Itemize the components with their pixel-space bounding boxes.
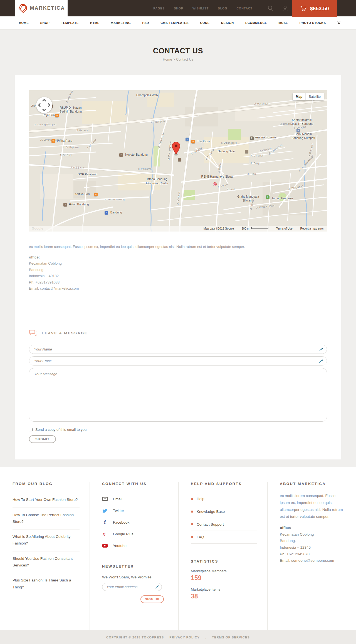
breadcrumb-current: Contact Us (176, 58, 193, 61)
stat-value: 159 (191, 574, 257, 582)
catnav-photo-stocks[interactable]: PHOTO STOCKS (300, 21, 326, 24)
facebook-link[interactable]: f Facebook (102, 516, 168, 528)
brand-logo[interactable]: MARKETICA (15, 0, 68, 16)
breadcrumb-separator: > (173, 58, 175, 61)
topnav-pages[interactable]: PAGES (153, 7, 165, 10)
newsletter-email-input[interactable] (102, 583, 162, 591)
blog-link[interactable]: Plus Size Fashion: Is There Such a Thing… (13, 573, 80, 595)
catnav-html[interactable]: HTML (90, 21, 99, 24)
catnav-muse[interactable]: MUSE (278, 21, 288, 24)
catnav-psd[interactable]: PSD (142, 21, 149, 24)
office-line: Bandung. (280, 538, 346, 544)
cart-total: $653.50 (310, 6, 329, 12)
satellite-button[interactable]: Satellite (305, 93, 324, 100)
map-pin-icon[interactable] (171, 142, 181, 156)
square-bullet-icon (191, 536, 193, 538)
blog-link[interactable]: Should You Use Fashion Consultant Servic… (13, 551, 80, 573)
catnav-cms-templates[interactable]: CMS TEMPLATES (160, 21, 189, 24)
help-link[interactable]: Help (191, 493, 257, 505)
form-heading: LEAVE A MESSAGE (42, 331, 88, 335)
topnav-blog[interactable]: BLOG (218, 7, 227, 10)
copyright-text: COPYRIGHT © 2015 TOKOPRESS (106, 636, 164, 639)
cart-icon (300, 6, 307, 12)
catnav-home[interactable]: HOME (19, 21, 29, 24)
office-line: Email. contact@marketica.com (29, 285, 327, 292)
email-link[interactable]: Email (102, 493, 168, 505)
square-bullet-icon (191, 523, 193, 525)
catnav-design[interactable]: DESIGN (221, 21, 234, 24)
square-bullet-icon (191, 498, 193, 500)
top-header: MARKETICA PAGES SHOP WISHLIST BLOG CONTA… (0, 0, 356, 16)
map-button[interactable]: Map (293, 93, 305, 100)
catnav-shop[interactable]: SHOP (40, 21, 50, 24)
office-line: Indonesia – 12345 (280, 544, 346, 551)
breadcrumb-home[interactable]: Home (163, 58, 172, 61)
facebook-icon: f (102, 520, 108, 524)
tag-icon (18, 4, 27, 13)
office-line: Bandung. (29, 267, 327, 273)
submit-button[interactable]: SUBMIT (29, 435, 56, 443)
topnav-contact[interactable]: CONTACT (236, 7, 253, 10)
category-nav: HOME SHOP TEMPLATE HTML MARKETING PSD CM… (0, 16, 356, 29)
connect-heading: CONNECT WITH US (102, 482, 168, 486)
message-form-section: LEAVE A MESSAGE Send a copy of this emai… (15, 311, 341, 443)
help-link[interactable]: FAQ (191, 531, 257, 544)
office-line: Indonesia – 49182 (29, 273, 327, 279)
topnav-shop[interactable]: SHOP (174, 7, 183, 10)
pen-icon (155, 585, 159, 589)
office-line: Email. someone@someone.com (280, 557, 346, 564)
report-error-link[interactable]: Report a map error (300, 227, 324, 230)
signup-button[interactable]: SIGN UP (140, 595, 164, 603)
map-pan-control[interactable] (36, 97, 52, 113)
top-nav: PAGES SHOP WISHLIST BLOG CONTACT (153, 0, 253, 16)
user-icon[interactable] (282, 5, 288, 11)
message-textarea[interactable] (29, 368, 327, 422)
cart-button[interactable]: $653.50 (292, 0, 337, 17)
googleplus-link[interactable]: g+ Google Plus (102, 528, 168, 540)
youtube-link[interactable]: Youtube (102, 540, 168, 551)
office-line: Ph. +62817391083 (29, 279, 327, 285)
name-input[interactable] (29, 345, 327, 354)
send-copy-label: Send a copy of this email to you (35, 427, 86, 432)
help-link[interactable]: Contact Support (191, 518, 257, 531)
blog-link[interactable]: What is So Alluring About Celebrity Fash… (13, 529, 80, 551)
catnav-marketing[interactable]: MARKETING (111, 21, 131, 24)
breadcrumb: Home > Contact Us (0, 58, 356, 61)
newsletter-tagline: We Won't Spam, We Promise (102, 575, 168, 579)
catnav-ecommerce[interactable]: ECOMMERCE (245, 21, 267, 24)
map-canvas (29, 90, 327, 232)
footer-blog-column: FROM OUR BLOG How To Start Your Own Fash… (0, 482, 90, 630)
stat-value: 38 (191, 593, 257, 600)
help-heading: HELP AND SUPPORTS (191, 482, 257, 486)
pan-arrows-icon (36, 97, 52, 113)
map-scale: 200 m (242, 227, 268, 230)
terms-of-services-link[interactable]: TERMS OF SERVICES (212, 636, 250, 639)
office-block: office: Kecamatan Coblong Bandung. Indon… (29, 254, 327, 292)
google-map[interactable]: Champelas WalkJl. HasanudinAston Tropica… (29, 90, 327, 232)
terms-link[interactable]: Terms of Use (276, 227, 293, 230)
pen-icon (319, 359, 323, 363)
email-input[interactable] (29, 356, 327, 365)
help-link[interactable]: Knowladge Base (191, 505, 257, 518)
square-bullet-icon (191, 511, 193, 513)
contact-card: Champelas WalkJl. HasanudinAston Tropica… (15, 75, 341, 459)
map-data-credit: Map data ©2015 Google (204, 227, 234, 230)
footer: FROM OUR BLOG How To Start Your Own Fash… (0, 467, 356, 630)
youtube-icon (102, 543, 108, 548)
statistics-heading: STATISTICS (191, 559, 257, 563)
blog-heading: FROM OUR BLOG (13, 482, 80, 486)
brand-name: MARKETICA (30, 5, 65, 11)
search-icon[interactable] (268, 5, 274, 11)
about-heading: ABOUT MARKETICA (280, 482, 346, 486)
blog-link[interactable]: How To Choose The Perfect Fashion Store? (13, 508, 80, 530)
topnav-wishlist[interactable]: WISHLIST (192, 7, 209, 10)
blog-link[interactable]: How To Start Your Own Fashion Store? (13, 493, 80, 508)
googleplus-icon: g+ (102, 532, 108, 536)
office-line: Kecamatan Coblong (280, 531, 346, 538)
privacy-policy-link[interactable]: PRIVACY POLICY (169, 636, 200, 639)
send-copy-checkbox[interactable] (29, 428, 33, 431)
catnav-template[interactable]: TEMPLATE (61, 21, 78, 24)
chevron-down-icon[interactable] (337, 21, 340, 24)
twitter-link[interactable]: Twitter (102, 505, 168, 516)
catnav-code[interactable]: CODE (200, 21, 210, 24)
